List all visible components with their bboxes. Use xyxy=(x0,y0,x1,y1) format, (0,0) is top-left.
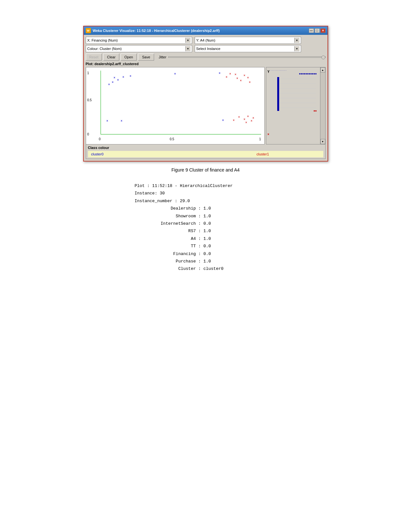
svg-point-17 xyxy=(314,73,315,74)
data-point: × xyxy=(233,118,235,122)
close-button[interactable]: ✕ xyxy=(320,28,326,33)
colour-legend-row: cluster0 cluster1 xyxy=(88,151,323,157)
financing-key: Financing xyxy=(135,250,196,258)
data-point: × xyxy=(249,80,251,84)
window-title: Weka Clusterer Visualize: 11:52:18 - Hie… xyxy=(93,29,307,33)
figure-caption: Figure 9 Cluster of finance and A4 xyxy=(171,167,240,172)
window-controls: — □ ✕ xyxy=(309,28,326,33)
side-content: Y × · · · · · · · xyxy=(266,67,320,144)
x-axis-dropdown[interactable]: X: Financing (Num) ▼ xyxy=(86,37,192,44)
data-point: × xyxy=(245,120,247,124)
side-y-label: Y xyxy=(268,70,270,74)
scroll-down-button[interactable]: ▼ xyxy=(320,139,325,144)
scroll-track[interactable] xyxy=(320,73,325,139)
minimize-button[interactable]: — xyxy=(309,28,314,33)
y-axis-line xyxy=(101,71,101,134)
cluster-val: : cluster0 xyxy=(196,265,224,272)
svg-point-15 xyxy=(310,73,312,74)
rs7-key: RS7 xyxy=(135,227,196,235)
dealership-key: Dealership xyxy=(135,205,196,212)
reset-button[interactable]: Reset xyxy=(86,54,102,61)
svg-point-20 xyxy=(314,110,315,112)
data-point: × xyxy=(106,119,108,123)
data-point: × xyxy=(222,118,224,122)
svg-point-9 xyxy=(301,73,302,74)
y-mid-label: 0.5 xyxy=(87,98,92,102)
weka-window: W Weka Clusterer Visualize: 11:52:18 - H… xyxy=(83,26,328,162)
internetsearch-key: InternetSearch xyxy=(135,220,196,227)
clear-button[interactable]: Clear xyxy=(103,54,119,61)
x-axis-arrow[interactable]: ▼ xyxy=(185,38,191,43)
data-point: × xyxy=(250,119,252,123)
weka-content: X: Financing (Num) ▼ Y: A4 (Num) ▼ Colou… xyxy=(84,35,328,161)
scroll-up-button[interactable]: ▲ xyxy=(320,67,325,73)
main-plot[interactable]: 1 0.5 0 0 0.5 1 × × × × × × × × xyxy=(86,67,265,144)
dealership-val: : 1.0 xyxy=(196,205,211,212)
select-instance-dropdown[interactable]: Select Instance ▼ xyxy=(195,45,301,52)
cluster-key: Cluster xyxy=(135,265,196,272)
mini-chart-svg xyxy=(271,72,319,124)
button-row: Reset Clear Open Save Jitter xyxy=(86,54,326,61)
x-axis-label: X: Financing (Num) xyxy=(87,38,185,42)
maximize-button[interactable]: □ xyxy=(315,28,320,33)
cluster1-legend[interactable]: cluster1 xyxy=(206,152,320,156)
save-button[interactable]: Save xyxy=(138,54,154,61)
plot-title: Plot: dealership2.arff_clustered xyxy=(86,62,326,66)
data-point: × xyxy=(122,75,124,78)
internetsearch-val: : 0.0 xyxy=(196,220,211,227)
tt-val: : 0.0 xyxy=(196,242,211,250)
side-scrollbar[interactable]: ▲ ▼ xyxy=(320,67,325,144)
svg-point-18 xyxy=(315,73,317,74)
jitter-label: Jitter xyxy=(159,55,166,59)
data-point: × xyxy=(174,72,176,75)
y-axis-dropdown[interactable]: Y: A4 (Num) ▼ xyxy=(195,37,301,44)
data-point: × xyxy=(252,116,254,119)
data-point: × xyxy=(130,74,132,78)
colour-arrow[interactable]: ▼ xyxy=(185,46,191,51)
showroom-val: : 1.0 xyxy=(196,212,211,220)
svg-point-10 xyxy=(302,73,304,74)
a4-val: : 1.0 xyxy=(196,235,211,242)
class-colour-bar: Class colour cluster0 cluster1 xyxy=(86,144,326,159)
data-point: × xyxy=(121,119,122,123)
select-instance-label: Select Instance xyxy=(196,47,294,51)
financing-val: : 0.0 xyxy=(196,250,211,258)
data-point: × xyxy=(243,73,245,77)
svg-rect-7 xyxy=(277,77,279,111)
data-point: × xyxy=(235,73,237,76)
data-point: × xyxy=(229,72,231,75)
data-point: × xyxy=(247,114,249,118)
svg-point-11 xyxy=(304,73,305,74)
svg-point-12 xyxy=(306,73,307,74)
rs7-val: : 1.0 xyxy=(196,227,211,235)
open-button[interactable]: Open xyxy=(121,54,137,61)
purchase-key: Purchase xyxy=(135,258,196,265)
jitter-slider[interactable] xyxy=(168,56,325,58)
x-axis-line xyxy=(101,134,261,134)
y-max-label: 1 xyxy=(87,71,89,75)
data-point: × xyxy=(238,115,240,119)
data-point: × xyxy=(113,75,115,79)
side-panel: Y × · · · · · · · xyxy=(266,67,326,144)
colour-dropdown[interactable]: Colour: Cluster (Nom) ▼ xyxy=(86,45,192,52)
data-point: × xyxy=(108,83,110,86)
plot-container: 1 0.5 0 0 0.5 1 × × × × × × × × xyxy=(86,67,326,144)
data-point: × xyxy=(117,78,119,82)
jitter-knob[interactable] xyxy=(321,55,325,59)
plot-info-line: Plot : 11:52:18 - HierarchicalClusterer xyxy=(135,182,277,190)
instance-number-line: Instance_number : 29.0 xyxy=(135,197,277,205)
svg-point-8 xyxy=(299,73,300,74)
data-point: × xyxy=(240,79,242,82)
data-point: × xyxy=(226,75,228,78)
title-bar: W Weka Clusterer Visualize: 11:52:18 - H… xyxy=(84,26,328,35)
axis-row: X: Financing (Num) ▼ Y: A4 (Num) ▼ xyxy=(86,37,326,44)
data-point: × xyxy=(112,80,113,84)
select-instance-arrow[interactable]: ▼ xyxy=(294,46,299,51)
data-point: × xyxy=(236,76,238,80)
purchase-val: : 1.0 xyxy=(196,258,211,265)
y-axis-arrow[interactable]: ▼ xyxy=(294,38,299,43)
y-min-label: 0 xyxy=(87,133,89,136)
svg-point-13 xyxy=(307,73,308,74)
class-colour-title: Class colour xyxy=(88,146,323,150)
cluster0-legend[interactable]: cluster0 xyxy=(91,152,206,156)
